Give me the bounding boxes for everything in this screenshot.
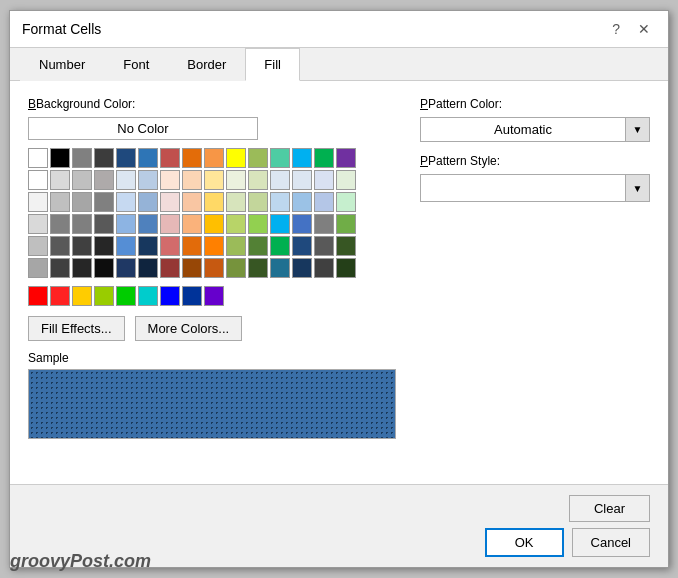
color-cell[interactable] [160, 192, 180, 212]
color-cell[interactable] [138, 214, 158, 234]
color-cell[interactable] [28, 170, 48, 190]
color-cell[interactable] [72, 236, 92, 256]
color-cell[interactable] [204, 148, 224, 168]
color-cell[interactable] [28, 258, 48, 278]
accent-color-cell[interactable] [94, 286, 114, 306]
color-cell[interactable] [160, 148, 180, 168]
accent-color-cell[interactable] [160, 286, 180, 306]
color-cell[interactable] [138, 236, 158, 256]
color-cell[interactable] [314, 192, 334, 212]
color-cell[interactable] [72, 148, 92, 168]
color-cell[interactable] [116, 214, 136, 234]
color-cell[interactable] [50, 148, 70, 168]
color-cell[interactable] [292, 258, 312, 278]
color-cell[interactable] [248, 236, 268, 256]
color-cell[interactable] [116, 258, 136, 278]
color-cell[interactable] [138, 148, 158, 168]
close-button[interactable]: ✕ [632, 19, 656, 39]
color-cell[interactable] [28, 192, 48, 212]
color-cell[interactable] [226, 192, 246, 212]
color-cell[interactable] [94, 214, 114, 234]
color-cell[interactable] [204, 170, 224, 190]
color-cell[interactable] [248, 148, 268, 168]
color-cell[interactable] [50, 258, 70, 278]
color-cell[interactable] [138, 192, 158, 212]
color-cell[interactable] [248, 192, 268, 212]
color-cell[interactable] [72, 170, 92, 190]
color-cell[interactable] [204, 192, 224, 212]
more-colors-button[interactable]: More Colors... [135, 316, 243, 341]
color-cell[interactable] [138, 170, 158, 190]
color-cell[interactable] [336, 236, 356, 256]
color-cell[interactable] [94, 236, 114, 256]
tab-border[interactable]: Border [168, 48, 245, 81]
color-cell[interactable] [226, 236, 246, 256]
color-cell[interactable] [94, 148, 114, 168]
pattern-style-arrow[interactable]: ▼ [625, 175, 649, 201]
color-cell[interactable] [28, 236, 48, 256]
fill-effects-button[interactable]: Fill Effects... [28, 316, 125, 341]
color-cell[interactable] [270, 170, 290, 190]
color-cell[interactable] [160, 170, 180, 190]
pattern-color-arrow[interactable]: ▼ [625, 118, 649, 141]
color-cell[interactable] [50, 236, 70, 256]
color-cell[interactable] [50, 214, 70, 234]
accent-color-cell[interactable] [182, 286, 202, 306]
color-cell[interactable] [138, 258, 158, 278]
color-cell[interactable] [182, 236, 202, 256]
color-cell[interactable] [270, 214, 290, 234]
color-cell[interactable] [270, 236, 290, 256]
color-cell[interactable] [182, 214, 202, 234]
accent-color-cell[interactable] [204, 286, 224, 306]
color-cell[interactable] [160, 236, 180, 256]
color-cell[interactable] [336, 170, 356, 190]
color-cell[interactable] [270, 192, 290, 212]
color-cell[interactable] [72, 214, 92, 234]
color-cell[interactable] [314, 214, 334, 234]
color-cell[interactable] [292, 214, 312, 234]
ok-button[interactable]: OK [485, 528, 564, 557]
color-cell[interactable] [116, 236, 136, 256]
color-cell[interactable] [204, 258, 224, 278]
color-cell[interactable] [226, 148, 246, 168]
color-cell[interactable] [226, 170, 246, 190]
color-cell[interactable] [116, 192, 136, 212]
color-cell[interactable] [226, 214, 246, 234]
color-cell[interactable] [292, 170, 312, 190]
color-cell[interactable] [292, 192, 312, 212]
tab-fill[interactable]: Fill [245, 48, 300, 81]
color-cell[interactable] [182, 192, 202, 212]
accent-color-cell[interactable] [116, 286, 136, 306]
color-cell[interactable] [94, 258, 114, 278]
color-cell[interactable] [116, 148, 136, 168]
color-cell[interactable] [116, 170, 136, 190]
color-cell[interactable] [248, 170, 268, 190]
color-cell[interactable] [270, 258, 290, 278]
color-cell[interactable] [270, 148, 290, 168]
tab-font[interactable]: Font [104, 48, 168, 81]
color-cell[interactable] [182, 148, 202, 168]
color-cell[interactable] [94, 192, 114, 212]
no-color-button[interactable]: No Color [28, 117, 258, 140]
color-cell[interactable] [292, 236, 312, 256]
color-cell[interactable] [182, 170, 202, 190]
color-cell[interactable] [160, 258, 180, 278]
help-button[interactable]: ? [606, 19, 626, 39]
color-cell[interactable] [72, 258, 92, 278]
color-cell[interactable] [314, 258, 334, 278]
color-cell[interactable] [94, 170, 114, 190]
accent-color-cell[interactable] [28, 286, 48, 306]
tab-number[interactable]: Number [20, 48, 104, 81]
pattern-style-dropdown[interactable]: ▼ [420, 174, 650, 202]
color-cell[interactable] [28, 148, 48, 168]
color-cell[interactable] [336, 148, 356, 168]
color-cell[interactable] [204, 214, 224, 234]
color-cell[interactable] [248, 258, 268, 278]
color-cell[interactable] [292, 148, 312, 168]
color-cell[interactable] [160, 214, 180, 234]
color-cell[interactable] [314, 236, 334, 256]
color-cell[interactable] [182, 258, 202, 278]
color-cell[interactable] [314, 148, 334, 168]
clear-button[interactable]: Clear [569, 495, 650, 522]
cancel-button[interactable]: Cancel [572, 528, 650, 557]
